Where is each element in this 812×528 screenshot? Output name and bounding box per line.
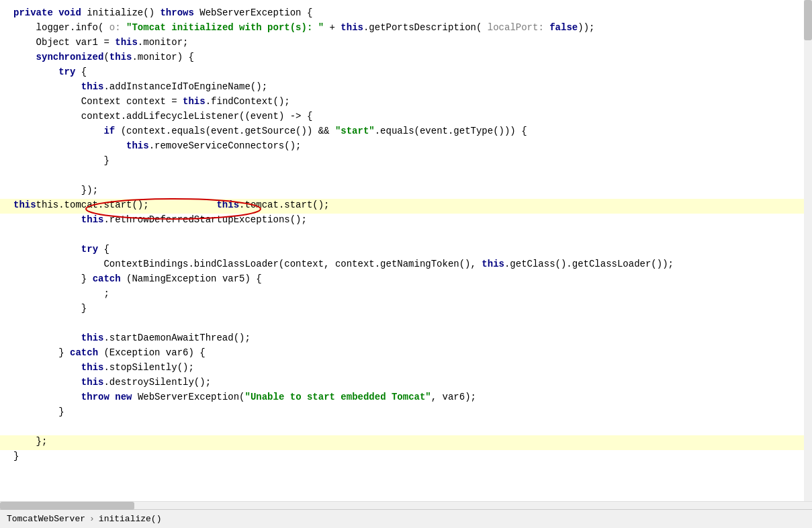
code-editor: private void initialize() throws WebServ… xyxy=(0,0,812,501)
code-line-22 xyxy=(0,317,812,332)
code-line-25: this.stopSilently(); xyxy=(0,361,812,376)
code-line-31: } xyxy=(0,450,812,465)
code-line-2: logger.info( o: "Tomcat initialized with… xyxy=(0,21,812,36)
this-keyword: this.tomcat.start(); xyxy=(36,200,149,210)
code-line-21: } xyxy=(0,302,812,317)
code-line-28: } xyxy=(0,406,812,421)
code-line-16 xyxy=(0,228,812,243)
code-line-11: } xyxy=(0,155,812,169)
code-line-10: this.removeServiceConnectors(); xyxy=(0,140,812,155)
code-line-13: }); xyxy=(0,184,812,199)
code-line-19: } catch (NamingException var5) { xyxy=(0,273,812,288)
code-line-26: this.destroySilently(); xyxy=(0,376,812,391)
code-line-15: this.rethrowDeferredStartupExceptions(); xyxy=(0,214,812,228)
code-line-6: this.addInstanceIdToEngineName(); xyxy=(0,81,812,95)
code-line-14: thisthis.tomcat.start(); this.tomcat.sta… xyxy=(0,199,812,214)
breadcrumb-separator: › xyxy=(89,514,95,524)
horizontal-scrollbar-thumb[interactable] xyxy=(0,502,134,510)
code-line-8: context.addLifecycleListener((event) -> … xyxy=(0,110,812,125)
code-line-9: if (context.equals(event.getSource()) &&… xyxy=(0,125,812,140)
code-line-23: this.startDaemonAwaitThread(); xyxy=(0,332,812,347)
code-line-3: Object var1 = this.monitor; xyxy=(0,36,812,51)
vertical-scrollbar[interactable] xyxy=(804,0,812,501)
code-line-18: ContextBindings.bindClassLoader(context,… xyxy=(0,258,812,273)
breadcrumb-method: initialize() xyxy=(99,514,162,524)
status-bar: TomcatWebServer › initialize() xyxy=(0,509,812,528)
code-line-5: try { xyxy=(0,66,812,81)
code-line-29 xyxy=(0,421,812,435)
code-line-27: throw new WebServerException("Unable to … xyxy=(0,391,812,406)
vertical-scrollbar-thumb[interactable] xyxy=(804,0,812,40)
code-line-12 xyxy=(0,169,812,184)
code-line-30: }; xyxy=(0,435,812,450)
code-line-17: try { xyxy=(0,243,812,258)
code-line-1: private void initialize() throws WebServ… xyxy=(0,7,812,21)
breadcrumb-class: TomcatWebServer xyxy=(7,514,85,524)
code-line-20: ; xyxy=(0,288,812,302)
horizontal-scrollbar[interactable] xyxy=(0,501,812,509)
code-line-4: synchronized(this.monitor) { xyxy=(0,51,812,66)
code-line-24: } catch (Exception var6) { xyxy=(0,347,812,361)
code-line-7: Context context = this.findContext(); xyxy=(0,95,812,110)
